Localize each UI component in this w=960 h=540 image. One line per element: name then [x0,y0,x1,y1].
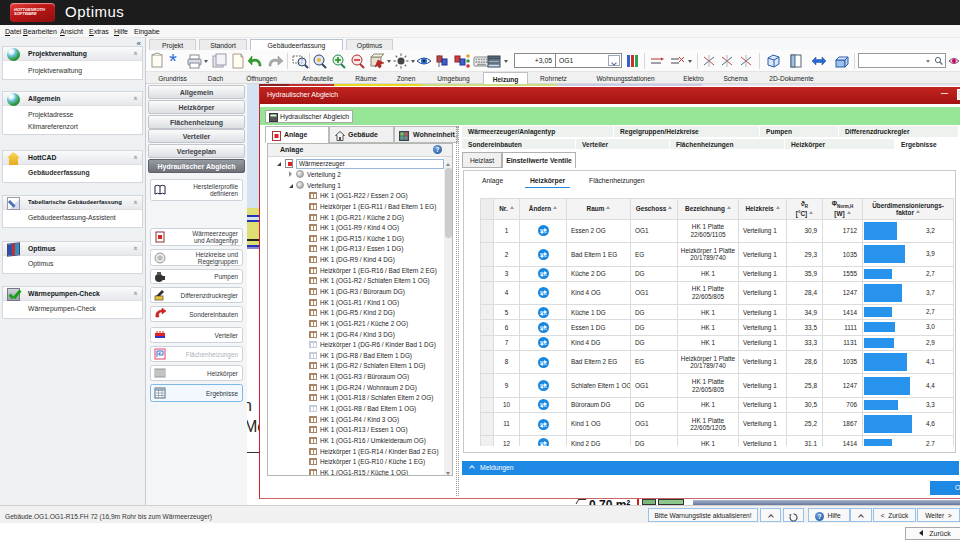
svg-text:*: * [169,52,177,70]
